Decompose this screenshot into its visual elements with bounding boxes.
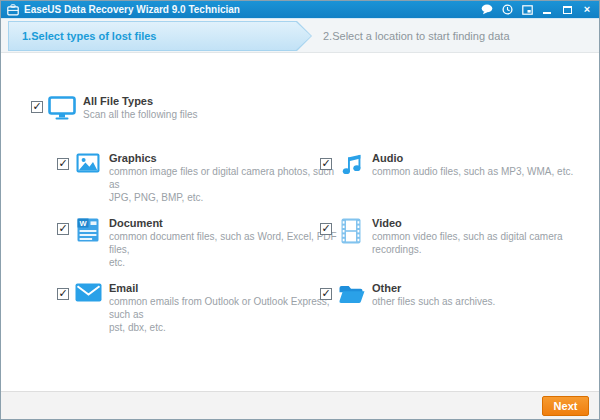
- step-1-tab: 1.Select types of lost files: [8, 21, 312, 51]
- other-folder-icon: [336, 283, 366, 304]
- all-file-types-desc: Scan all the following files: [83, 108, 198, 121]
- file-type-video: ✓ Video: [320, 217, 600, 256]
- svg-text:W: W: [79, 219, 87, 228]
- step-header: 1.Select types of lost files 2.Select a …: [1, 18, 599, 53]
- minimize-button[interactable]: [541, 4, 553, 16]
- window-title: EaseUS Data Recovery Wizard 9.0 Technici…: [24, 4, 481, 15]
- email-envelope-icon: [73, 283, 103, 302]
- checkmark-icon: ✓: [32, 101, 41, 112]
- audio-desc: common audio files, such as MP3, WMA, et…: [372, 165, 600, 178]
- other-title: Other: [372, 282, 600, 294]
- tray-window-icon[interactable]: [521, 4, 533, 16]
- document-desc: common document files, such as Word, Exc…: [109, 230, 343, 269]
- file-type-email: ✓ Email common emails from Outlook or Ou…: [57, 282, 343, 334]
- document-checkbox[interactable]: ✓: [57, 223, 69, 235]
- graphics-desc: common image files or digital camera pho…: [109, 165, 343, 204]
- video-title: Video: [372, 217, 600, 229]
- next-button[interactable]: Next: [542, 396, 589, 416]
- file-type-graphics: ✓ Graphics common image files or digital…: [57, 152, 343, 204]
- graphics-title: Graphics: [109, 152, 343, 164]
- video-filmstrip-icon: [336, 218, 366, 244]
- document-word-icon: W: [73, 218, 103, 242]
- other-checkbox[interactable]: ✓: [320, 288, 332, 300]
- checkmark-icon: ✓: [321, 158, 330, 169]
- checkmark-icon: ✓: [58, 158, 67, 169]
- monitor-icon: [47, 96, 77, 120]
- titlebar: EaseUS Data Recovery Wizard 9.0 Technici…: [1, 1, 599, 18]
- step-2-label: 2.Select a location to start finding dat…: [323, 19, 510, 52]
- audio-checkbox[interactable]: ✓: [320, 158, 332, 170]
- file-type-selection-panel: ✓ All File Types Scan all the following …: [1, 54, 599, 391]
- step-1-label: 1.Select types of lost files: [22, 30, 157, 42]
- file-type-all: ✓ All File Types Scan all the following …: [31, 95, 198, 121]
- checkmark-icon: ✓: [321, 288, 330, 299]
- audio-music-note-icon: [336, 153, 366, 176]
- all-file-types-checkbox[interactable]: ✓: [31, 101, 43, 113]
- app-window: EaseUS Data Recovery Wizard 9.0 Technici…: [0, 0, 600, 420]
- graphics-image-icon: [73, 153, 103, 173]
- audio-title: Audio: [372, 152, 600, 164]
- email-title: Email: [109, 282, 343, 294]
- file-type-other: ✓ Other other files such as archives.: [320, 282, 600, 308]
- graphics-checkbox[interactable]: ✓: [57, 158, 69, 170]
- document-title: Document: [109, 217, 343, 229]
- checkmark-icon: ✓: [321, 223, 330, 234]
- video-checkbox[interactable]: ✓: [320, 223, 332, 235]
- email-checkbox[interactable]: ✓: [57, 288, 69, 300]
- checkmark-icon: ✓: [58, 288, 67, 299]
- feedback-chat-icon[interactable]: [481, 4, 493, 16]
- other-desc: other files such as archives.: [372, 295, 600, 308]
- all-file-types-title: All File Types: [83, 95, 198, 107]
- email-desc: common emails from Outlook or Outlook Ex…: [109, 295, 343, 334]
- footer-bar: Next: [1, 391, 599, 419]
- easeus-logo-icon: [7, 4, 19, 16]
- file-type-audio: ✓ Audio common audio files, such as MP3,…: [320, 152, 600, 178]
- file-type-document: ✓ W Document common document files, such…: [57, 217, 343, 269]
- video-desc: common video files, such as digital came…: [372, 230, 600, 256]
- history-clock-icon[interactable]: [501, 4, 513, 16]
- checkmark-icon: ✓: [58, 223, 67, 234]
- close-button[interactable]: ×: [581, 4, 593, 16]
- maximize-button[interactable]: [561, 4, 573, 16]
